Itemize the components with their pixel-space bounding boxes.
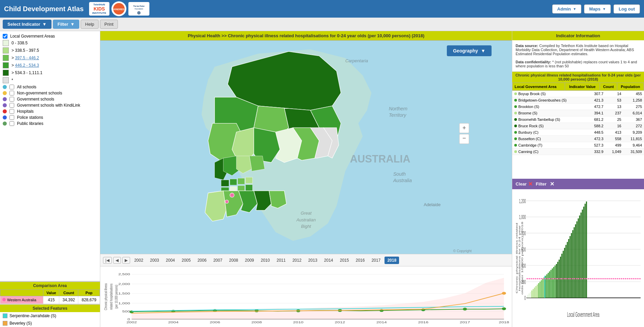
year-2017[interactable]: 2017 [369, 257, 383, 264]
admin-button[interactable]: Admin ▼ [552, 4, 581, 14]
legend-check-police[interactable] [9, 115, 14, 120]
year-2013[interactable]: 2013 [306, 257, 320, 264]
year-2004[interactable]: 2004 [163, 257, 178, 264]
svg-text:(per 10,000 persons): (per 10,000 persons) [114, 285, 118, 309]
svg-rect-11 [238, 178, 245, 184]
table-row[interactable]: Broome (S) 394.1 237 6,014 [512, 110, 644, 116]
select-indicator-button[interactable]: Select Indicator ▼ [3, 20, 51, 29]
legend-check-schools-all[interactable] [9, 85, 14, 89]
year-2008[interactable]: 2008 [226, 257, 241, 264]
print-button[interactable]: Print [100, 20, 118, 29]
maps-button[interactable]: Maps ▼ [584, 4, 611, 14]
comparison-row-wa: Western Australia 415 34,392 828,679 [0, 296, 100, 304]
legend-dot-kindilink [3, 103, 7, 107]
count-cell: 499 [605, 142, 623, 149]
clear-filter-button[interactable]: Clear ✕ [516, 181, 533, 187]
year-2016[interactable]: 2016 [353, 257, 368, 264]
legend-color-3 [3, 62, 9, 68]
indicator-info-header: Indicator Information [512, 31, 644, 40]
year-2007[interactable]: 2007 [211, 257, 225, 264]
logout-button[interactable]: Log out [614, 4, 640, 14]
legend-hospitals: Hospitals [3, 109, 97, 114]
year-2010[interactable]: 2010 [258, 257, 273, 264]
table-row[interactable]: Canning (C) 332.9 1,049 31,509 [512, 149, 644, 155]
svg-rect-125 [585, 204, 586, 298]
svg-text:AUSTRALIA: AUSTRALIA [350, 153, 410, 165]
table-row[interactable]: Bruce Rock (S) 588.2 16 272 [512, 123, 644, 129]
filter-x-icon: ✕ [550, 181, 554, 187]
legend-lga-checkbox[interactable] [3, 34, 7, 39]
year-2011[interactable]: 2011 [274, 257, 288, 264]
svg-text:Chronic physical illness: Chronic physical illness [104, 283, 108, 310]
timeline-next-btn[interactable]: ▶ [122, 257, 130, 264]
lga-cell: Boyup Brook (S) [512, 91, 587, 97]
year-2014[interactable]: 2014 [321, 257, 336, 264]
table-scroll[interactable]: Boyup Brook (S) 307.7 14 455 Bridgetown-… [512, 91, 644, 179]
legend-dot-govt [3, 97, 7, 101]
legend-link-2[interactable]: 397.5 - 446.2 [15, 56, 39, 60]
svg-rect-9 [221, 180, 229, 186]
svg-rect-10 [230, 179, 237, 185]
geography-button[interactable]: Geography ▼ [447, 45, 492, 56]
filter-button[interactable]: Filter ▼ [53, 20, 80, 29]
svg-text:−: − [462, 135, 466, 141]
value-cell: 307.7 [587, 91, 605, 97]
svg-text:2006: 2006 [210, 320, 220, 324]
feature-label-beverley: Beverley (S) [9, 321, 32, 326]
svg-text:2004: 2004 [168, 320, 179, 324]
col-value: Value [43, 290, 59, 296]
svg-rect-12 [246, 177, 253, 183]
lga-cell: Broome (S) [512, 110, 587, 116]
lga-cell: Busselton (C) [512, 136, 587, 142]
year-2009[interactable]: 2009 [242, 257, 257, 264]
timeline-prev-btn[interactable]: ◀ [113, 257, 121, 264]
legend-check-kindilink[interactable] [9, 103, 14, 108]
table-row[interactable]: Busselton (C) 472.3 558 11,815 [512, 136, 644, 142]
timeline-first-btn[interactable]: |◀ [103, 257, 112, 264]
svg-text:The Ian Potter: The Ian Potter [133, 5, 144, 7]
col-lga: Local Government Area [513, 83, 565, 91]
year-2018[interactable]: 2018 [385, 257, 399, 264]
legend-link-3[interactable]: 446.2 - 534.3 [15, 63, 39, 68]
lga-cell: Canning (C) [512, 149, 587, 155]
pop-cell: 6,014 [623, 110, 644, 116]
table-row[interactable]: Bunbury (C) 448.5 413 9,209 [512, 129, 644, 136]
lga-cell: Brookton (S) [512, 104, 587, 110]
legend-check-non-govt[interactable] [9, 91, 14, 95]
count-cell: 413 [605, 129, 623, 136]
table-row[interactable]: Broomehill-Tambellup (S) 681.2 25 367 [512, 116, 644, 123]
year-2012[interactable]: 2012 [290, 257, 304, 264]
year-2005[interactable]: 2005 [179, 257, 193, 264]
table-row[interactable]: Brookton (S) 472.7 13 275 [512, 104, 644, 110]
pop-cell: 9,209 [623, 129, 644, 136]
table-row[interactable]: Bridgetown-Greenbushes (S) 421.3 53 1,25… [512, 97, 644, 104]
legend-libraries: Public libraries [3, 121, 97, 126]
col-count: Count [59, 290, 78, 296]
svg-text:2012: 2012 [335, 320, 345, 324]
legend-color-0 [3, 40, 9, 46]
svg-rect-104 [556, 264, 557, 298]
table-row[interactable]: Cambridge (T) 527.3 499 9,464 [512, 142, 644, 149]
svg-rect-118 [575, 224, 576, 298]
svg-rect-85 [530, 292, 531, 298]
col-population: Population [617, 83, 644, 91]
year-2015[interactable]: 2015 [337, 257, 352, 264]
legend-item-5: * [3, 77, 97, 83]
year-2003[interactable]: 2003 [147, 257, 162, 264]
map-container[interactable]: Geography ▼ Northern Territory [100, 41, 512, 254]
help-button[interactable]: Help [81, 20, 99, 29]
table-row[interactable]: Boyup Brook (S) 307.7 14 455 [512, 91, 644, 97]
legend-check-libraries[interactable] [9, 121, 14, 126]
count-cell: 558 [605, 136, 623, 142]
svg-text:Foundation: Foundation [134, 8, 143, 10]
line-chart: 2,500 2,000 1,500 1,000 500 0 [103, 269, 509, 324]
year-2002[interactable]: 2002 [131, 257, 146, 264]
legend-check-govt[interactable] [9, 97, 14, 102]
svg-text:1,000: 1,000 [519, 214, 526, 220]
legend-item-4: > 534.3 - 1,111.1 [3, 70, 97, 76]
legend-lga-item: Local Government Areas [3, 34, 97, 39]
svg-rect-93 [541, 280, 542, 298]
bottom-chart-left: 2,500 2,000 1,500 1,000 500 0 [100, 266, 512, 327]
year-2006[interactable]: 2006 [195, 257, 209, 264]
legend-check-hospitals[interactable] [9, 109, 14, 114]
